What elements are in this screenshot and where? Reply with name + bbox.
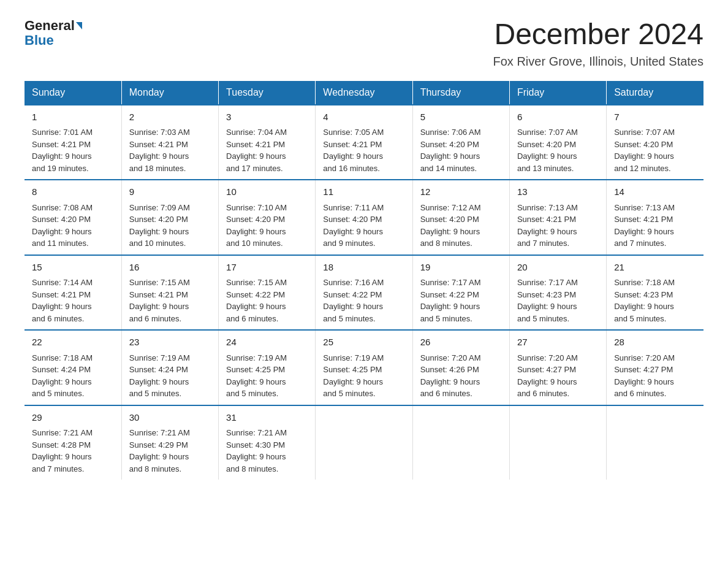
calendar-cell: 21 Sunrise: 7:18 AM Sunset: 4:23 PM Dayl…: [607, 255, 703, 331]
calendar-day-header: Monday: [121, 81, 218, 105]
calendar-header-row: SundayMondayTuesdayWednesdayThursdayFrid…: [25, 81, 703, 105]
day-sunrise: Sunrise: 7:17 AM: [420, 278, 481, 287]
calendar-day-header: Wednesday: [316, 81, 412, 105]
day-daylight: Daylight: 9 hoursand 5 minutes.: [420, 302, 480, 323]
day-sunset: Sunset: 4:20 PM: [420, 140, 479, 149]
calendar-cell: 27 Sunrise: 7:20 AM Sunset: 4:27 PM Dayl…: [509, 330, 606, 405]
day-sunset: Sunset: 4:22 PM: [420, 290, 479, 299]
day-sunrise: Sunrise: 7:21 AM: [129, 428, 190, 437]
day-number: 3: [226, 110, 308, 124]
day-daylight: Daylight: 9 hoursand 5 minutes.: [614, 302, 674, 323]
day-daylight: Daylight: 9 hoursand 5 minutes.: [129, 377, 189, 399]
day-sunrise: Sunrise: 7:01 AM: [32, 128, 93, 137]
day-sunset: Sunset: 4:20 PM: [323, 215, 382, 224]
calendar-cell: 30 Sunrise: 7:21 AM Sunset: 4:29 PM Dayl…: [121, 405, 218, 480]
day-sunrise: Sunrise: 7:13 AM: [614, 203, 675, 212]
day-number: 21: [614, 261, 696, 275]
day-sunrise: Sunrise: 7:04 AM: [226, 128, 287, 137]
day-sunrise: Sunrise: 7:17 AM: [517, 278, 578, 287]
calendar-day-header: Tuesday: [219, 81, 316, 105]
calendar-cell: 7 Sunrise: 7:07 AM Sunset: 4:20 PM Dayli…: [607, 105, 703, 180]
page-header: General Blue December 2024 Fox River Gro…: [25, 18, 703, 69]
day-daylight: Daylight: 9 hoursand 14 minutes.: [420, 151, 480, 173]
day-daylight: Daylight: 9 hoursand 5 minutes.: [323, 377, 383, 399]
day-sunrise: Sunrise: 7:07 AM: [614, 128, 675, 137]
calendar-day-header: Friday: [509, 81, 606, 105]
calendar-cell: 18 Sunrise: 7:16 AM Sunset: 4:22 PM Dayl…: [316, 255, 412, 331]
day-sunrise: Sunrise: 7:10 AM: [226, 203, 287, 212]
day-number: 2: [129, 110, 211, 124]
calendar-cell: 13 Sunrise: 7:13 AM Sunset: 4:21 PM Dayl…: [509, 180, 606, 255]
logo: General Blue: [25, 18, 82, 48]
day-sunset: Sunset: 4:25 PM: [226, 365, 285, 374]
calendar-cell: 9 Sunrise: 7:09 AM Sunset: 4:20 PM Dayli…: [121, 180, 218, 255]
calendar-cell: 25 Sunrise: 7:19 AM Sunset: 4:25 PM Dayl…: [316, 330, 412, 405]
day-daylight: Daylight: 9 hoursand 6 minutes.: [614, 377, 674, 399]
calendar-week-row: 29 Sunrise: 7:21 AM Sunset: 4:28 PM Dayl…: [25, 405, 703, 480]
day-sunrise: Sunrise: 7:20 AM: [420, 353, 481, 362]
logo-general-text: General: [25, 18, 75, 33]
day-daylight: Daylight: 9 hoursand 10 minutes.: [226, 227, 286, 248]
calendar-cell: 15 Sunrise: 7:14 AM Sunset: 4:21 PM Dayl…: [25, 255, 121, 331]
day-number: 6: [517, 110, 599, 124]
day-number: 13: [517, 185, 599, 199]
day-number: 27: [517, 335, 599, 350]
day-sunset: Sunset: 4:21 PM: [323, 140, 382, 149]
day-sunset: Sunset: 4:21 PM: [226, 140, 285, 149]
day-number: 12: [420, 185, 502, 199]
day-sunrise: Sunrise: 7:18 AM: [32, 353, 93, 362]
day-sunrise: Sunrise: 7:19 AM: [226, 353, 287, 362]
calendar-cell: 19 Sunrise: 7:17 AM Sunset: 4:22 PM Dayl…: [412, 255, 509, 331]
day-daylight: Daylight: 9 hoursand 10 minutes.: [129, 227, 189, 248]
day-daylight: Daylight: 9 hoursand 12 minutes.: [614, 151, 674, 173]
day-daylight: Daylight: 9 hoursand 8 minutes.: [129, 452, 189, 473]
calendar-table: SundayMondayTuesdayWednesdayThursdayFrid…: [25, 81, 703, 480]
day-number: 1: [32, 110, 114, 124]
day-sunrise: Sunrise: 7:06 AM: [420, 128, 481, 137]
day-daylight: Daylight: 9 hoursand 5 minutes.: [323, 302, 383, 323]
month-title: December 2024: [493, 18, 703, 51]
day-number: 17: [226, 261, 308, 275]
day-daylight: Daylight: 9 hoursand 5 minutes.: [32, 377, 92, 399]
day-sunset: Sunset: 4:20 PM: [226, 215, 285, 224]
day-sunset: Sunset: 4:21 PM: [129, 140, 188, 149]
calendar-cell: [509, 405, 606, 480]
day-sunset: Sunset: 4:27 PM: [517, 365, 576, 374]
calendar-cell: 31 Sunrise: 7:21 AM Sunset: 4:30 PM Dayl…: [219, 405, 316, 480]
day-number: 9: [129, 185, 211, 199]
day-daylight: Daylight: 9 hoursand 9 minutes.: [323, 227, 383, 248]
day-daylight: Daylight: 9 hoursand 6 minutes.: [517, 377, 577, 399]
calendar-cell: [607, 405, 703, 480]
day-number: 8: [32, 185, 114, 199]
day-number: 10: [226, 185, 308, 199]
day-daylight: Daylight: 9 hoursand 8 minutes.: [420, 227, 480, 248]
calendar-cell: 2 Sunrise: 7:03 AM Sunset: 4:21 PM Dayli…: [121, 105, 218, 180]
day-sunset: Sunset: 4:23 PM: [614, 290, 673, 299]
calendar-day-header: Thursday: [412, 81, 509, 105]
day-number: 15: [32, 261, 114, 275]
day-daylight: Daylight: 9 hoursand 13 minutes.: [517, 151, 577, 173]
day-sunset: Sunset: 4:26 PM: [420, 365, 479, 374]
calendar-cell: 8 Sunrise: 7:08 AM Sunset: 4:20 PM Dayli…: [25, 180, 121, 255]
day-sunset: Sunset: 4:24 PM: [129, 365, 188, 374]
calendar-cell: 24 Sunrise: 7:19 AM Sunset: 4:25 PM Dayl…: [219, 330, 316, 405]
day-number: 29: [32, 411, 114, 425]
calendar-cell: 29 Sunrise: 7:21 AM Sunset: 4:28 PM Dayl…: [25, 405, 121, 480]
logo-blue-text: Blue: [25, 33, 54, 48]
day-sunrise: Sunrise: 7:19 AM: [323, 353, 384, 362]
day-daylight: Daylight: 9 hoursand 6 minutes.: [129, 302, 189, 323]
calendar-week-row: 22 Sunrise: 7:18 AM Sunset: 4:24 PM Dayl…: [25, 330, 703, 405]
calendar-cell: 16 Sunrise: 7:15 AM Sunset: 4:21 PM Dayl…: [121, 255, 218, 331]
day-sunrise: Sunrise: 7:18 AM: [614, 278, 675, 287]
day-number: 20: [517, 261, 599, 275]
day-number: 11: [323, 185, 404, 199]
day-sunset: Sunset: 4:21 PM: [129, 290, 188, 299]
day-sunset: Sunset: 4:27 PM: [614, 365, 673, 374]
day-sunset: Sunset: 4:22 PM: [226, 290, 285, 299]
calendar-cell: 3 Sunrise: 7:04 AM Sunset: 4:21 PM Dayli…: [219, 105, 316, 180]
day-sunrise: Sunrise: 7:09 AM: [129, 203, 190, 212]
location-subtitle: Fox River Grove, Illinois, United States: [493, 55, 703, 69]
day-sunrise: Sunrise: 7:14 AM: [32, 278, 93, 287]
day-sunrise: Sunrise: 7:07 AM: [517, 128, 578, 137]
calendar-week-row: 8 Sunrise: 7:08 AM Sunset: 4:20 PM Dayli…: [25, 180, 703, 255]
